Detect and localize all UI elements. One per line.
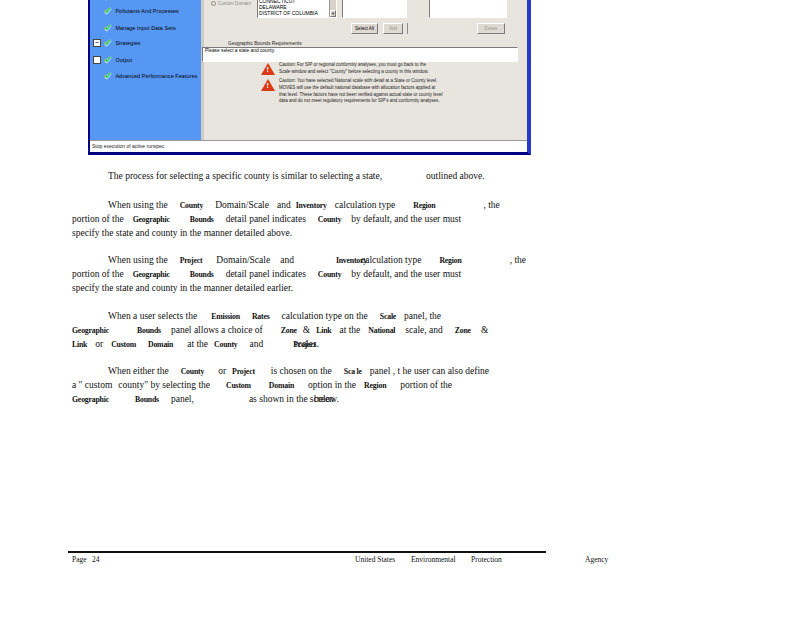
text-run: Sca le [344,365,362,379]
warning-icon [261,63,275,75]
text-line: a " customcounty" by selecting theCustom… [72,378,592,392]
caution-text: Caution: For SIP or regional conformity … [279,62,429,76]
text-run: , the [510,253,526,267]
text-run: portion of the [72,212,124,226]
select-all-button[interactable]: Select All [351,23,378,34]
checkbox-icon[interactable] [93,56,101,64]
state-option[interactable]: DISTRICT OF COLUMBIA [258,10,329,16]
text-run: and [250,337,264,351]
text-run: scale, and [405,323,442,337]
text-run: and [277,198,291,212]
text-run: Geographic [133,213,170,227]
sidebar-item[interactable]: ✔Advanced Performance Features [104,71,197,81]
check-icon: ✔ [104,6,112,16]
text-line: When using theCountyDomain/ScaleandInven… [72,198,592,212]
sidebar-item[interactable]: ✔ [104,0,112,2]
delete-button[interactable]: Delete [477,23,505,34]
text-line: portion of theGeographicBoundsdetail pan… [72,267,592,281]
text-run: panel, the [404,309,441,323]
sidebar-item-label: Advanced Performance Features [115,73,197,79]
text-line: GeographicBoundspanel allows a choice of… [72,323,592,337]
add-button[interactable]: Add [383,23,403,34]
paragraph: When using theProjectDomain/ScaleandInve… [72,253,592,296]
text-line: GeographicBoundspanel,as shown in thescr… [72,392,592,406]
sidebar-item[interactable]: ✔Pollutants And Processes [104,6,179,16]
document-page: ✔✔Pollutants And Processes✔Manage Input … [0,0,800,618]
text-run: County [181,365,205,379]
requirements-text: Please select a state and county. [203,48,517,54]
text-run: Region [439,254,461,268]
text-run: Geographic [133,268,170,282]
text-line: LinkorCustomDomainat theCountyandProject… [72,337,592,351]
check-icon: ✔ [104,55,112,65]
counties-listbox[interactable] [342,0,407,18]
text-run: specify the state and county in the mann… [72,281,293,295]
footer-rule [68,551,546,553]
scrollbar[interactable]: ▼ [329,0,336,17]
text-run: Bounds [135,393,159,407]
text-run: Project [232,365,255,379]
text-run: Zone [281,324,297,338]
text-run: & [481,323,488,337]
text-run: County [180,199,204,213]
text-run: Region [413,199,435,213]
sidebar-item[interactable]: ✔Output [93,55,132,65]
text-run: Rates [252,310,270,324]
paragraph: The process for selecting a specific cou… [72,169,592,183]
geographic-bounds-requirements-label: Geographic Bounds Requirements [228,41,302,46]
text-run: calculation type [335,198,395,212]
navigation-sidebar: ✔✔Pollutants And Processes✔Manage Input … [90,0,201,140]
sidebar-item[interactable]: −✔Strategies [93,38,141,48]
check-icon: ✔ [104,0,112,2]
sidebar-item[interactable]: ✔Manage Input Data Sets [104,23,176,33]
text-run: Inventory [296,199,327,213]
paragraph: When either theCountyorProjectis chosen … [72,364,592,407]
scroll-down-icon[interactable]: ▼ [330,10,336,17]
text-run: county" by selecting the [118,378,210,392]
text-run: detail panel indicates [226,267,306,281]
page-label: Page [72,555,87,564]
text-line: The process for selecting a specific cou… [72,169,592,183]
check-icon: ✔ [104,23,112,33]
sidebar-item-label: Output [115,57,132,63]
button-separator [407,23,408,34]
check-icon: ✔ [104,71,112,81]
text-line: specify the state and county in the mann… [72,281,592,295]
text-run: Domain [269,379,294,393]
text-run: portion of the [400,378,452,392]
text-run: When using the [108,253,168,267]
text-line: When using theProjectDomain/ScaleandInve… [72,253,592,267]
text-run: When either the [108,364,169,378]
text-run: below. [314,392,339,406]
sidebar-item-label: Manage Input Data Sets [115,25,175,31]
text-run: or [95,337,103,351]
footer-org-word: Agency [585,555,608,564]
text-run: a " custom [72,378,112,392]
text-run: as shown in the [249,392,308,406]
text-run: Custom [111,338,136,352]
text-run: County [318,213,342,227]
text-run: by default, and the user must [351,267,461,281]
states-listbox[interactable]: ▼ CONNECTICUTDELAWAREDISTRICT OF COLUMBI… [257,0,337,18]
text-run: calculation type [361,253,421,267]
text-run: County [318,268,342,282]
selections-listbox[interactable] [429,0,507,18]
text-run: panel, [171,392,194,406]
checkbox-icon[interactable]: − [93,39,101,47]
text-run: & [303,323,310,337]
custom-domain-radio[interactable]: Custom Domain [211,1,251,6]
text-run: scales. [294,337,319,351]
page-number: 24 [92,555,100,564]
radio-icon [211,1,216,6]
paragraph: When using theCountyDomain/ScaleandInven… [72,198,592,241]
text-run: at the [339,323,360,337]
text-run: When a user selects the [108,309,197,323]
footer-org-word: Environmental [411,555,456,564]
status-text: Stop execution of active runspec [90,141,527,152]
text-run: Domain/Scale [216,253,270,267]
text-run: Project [180,254,203,268]
caution-text: Caution: You have selected National scal… [279,78,443,105]
text-run: The process for selecting a specific cou… [108,169,382,183]
text-run: When using the [108,198,168,212]
text-line: When a user selects theEmissionRatescalc… [72,309,592,323]
